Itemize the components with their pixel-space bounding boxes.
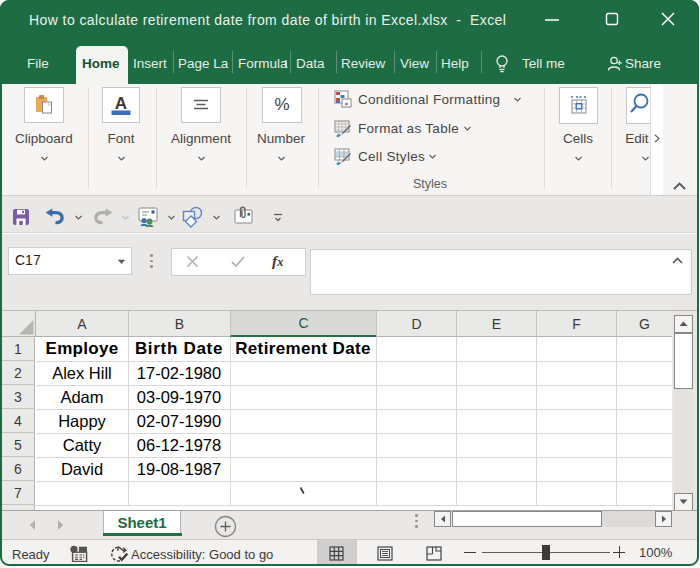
svg-text:A: A (115, 94, 127, 113)
